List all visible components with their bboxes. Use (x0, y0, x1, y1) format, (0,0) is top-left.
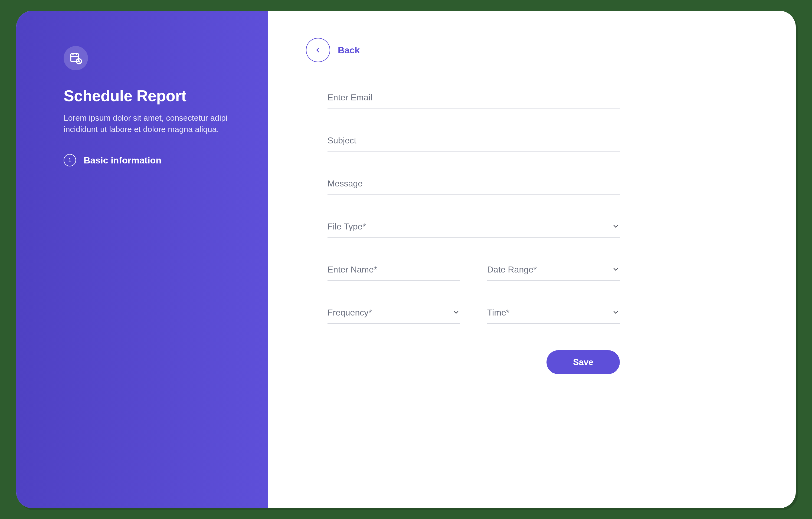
back-label[interactable]: Back (338, 45, 360, 56)
step-number-badge: 1 (64, 154, 76, 166)
save-button[interactable]: Save (547, 350, 620, 374)
chevron-down-icon (612, 222, 620, 231)
schedule-report-card: Schedule Report Lorem ipsum dolor sit am… (16, 11, 796, 508)
sidebar-title: Schedule Report (64, 87, 241, 105)
step-basic-information[interactable]: 1 Basic information (64, 154, 241, 166)
frequency-select[interactable]: Frequency* (327, 304, 460, 324)
chevron-down-icon (612, 265, 620, 274)
email-placeholder: Enter Email (327, 93, 372, 102)
name-placeholder: Enter Name* (327, 265, 377, 275)
email-field[interactable]: Enter Email (327, 89, 620, 109)
time-placeholder: Time* (487, 308, 510, 318)
sidebar-description: Lorem ipsum dolor sit amet, consectetur … (64, 112, 231, 135)
sidebar: Schedule Report Lorem ipsum dolor sit am… (16, 11, 268, 508)
subject-field[interactable]: Subject (327, 132, 620, 152)
calendar-clock-icon (64, 46, 88, 70)
main-panel: Back Enter Email Subject Message File Ty… (268, 11, 796, 508)
frequency-placeholder: Frequency* (327, 308, 372, 318)
svg-rect-0 (70, 54, 79, 61)
message-field[interactable]: Message (327, 175, 620, 194)
chevron-left-icon (315, 47, 322, 54)
step-label: Basic information (84, 155, 161, 165)
date-range-placeholder: Date Range* (487, 265, 537, 275)
chevron-down-icon (612, 308, 620, 317)
svg-line-6 (79, 61, 80, 62)
file-type-select[interactable]: File Type* (327, 218, 620, 238)
date-range-select[interactable]: Date Range* (487, 262, 620, 281)
schedule-report-form: Enter Email Subject Message File Type* (327, 89, 620, 374)
file-type-placeholder: File Type* (327, 222, 366, 232)
form-actions: Save (327, 350, 620, 374)
chevron-down-icon (452, 308, 460, 317)
message-placeholder: Message (327, 179, 363, 189)
subject-placeholder: Subject (327, 135, 356, 146)
back-row: Back (306, 38, 758, 62)
back-button[interactable] (306, 38, 330, 62)
name-field[interactable]: Enter Name* (327, 262, 460, 281)
time-select[interactable]: Time* (487, 304, 620, 324)
